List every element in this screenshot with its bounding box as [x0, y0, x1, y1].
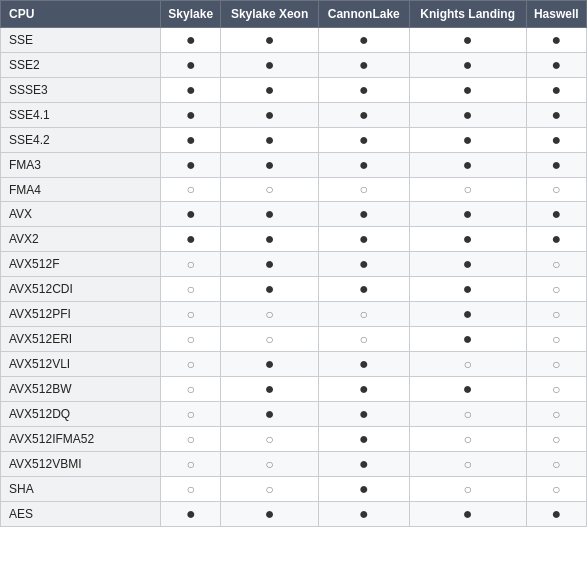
- feature-cell: ●: [318, 427, 409, 452]
- filled-dot-icon: ●: [186, 56, 196, 73]
- cpu-name: SSE: [1, 28, 161, 53]
- cpu-name: AVX512VLI: [1, 352, 161, 377]
- feature-cell: ●: [318, 53, 409, 78]
- table-row: AVX2●●●●●: [1, 227, 587, 252]
- filled-dot-icon: ●: [265, 56, 275, 73]
- filled-dot-icon: ●: [551, 505, 561, 522]
- feature-cell: ○: [526, 402, 586, 427]
- filled-dot-icon: ●: [265, 131, 275, 148]
- filled-dot-icon: ●: [186, 81, 196, 98]
- feature-cell: ●: [221, 227, 318, 252]
- feature-cell: ○: [221, 452, 318, 477]
- header-skylake: Skylake: [161, 1, 221, 28]
- table-row: AVX512VBMI○○●○○: [1, 452, 587, 477]
- filled-dot-icon: ●: [265, 405, 275, 422]
- cpu-name: AVX512F: [1, 252, 161, 277]
- feature-cell: ○: [318, 178, 409, 202]
- filled-dot-icon: ●: [463, 230, 473, 247]
- filled-dot-icon: ●: [463, 31, 473, 48]
- filled-dot-icon: ●: [359, 355, 369, 372]
- feature-cell: ○: [526, 178, 586, 202]
- filled-dot-icon: ●: [551, 131, 561, 148]
- empty-dot-icon: ○: [186, 281, 194, 297]
- empty-dot-icon: ○: [265, 431, 273, 447]
- filled-dot-icon: ●: [186, 106, 196, 123]
- feature-cell: ○: [161, 452, 221, 477]
- empty-dot-icon: ○: [360, 181, 368, 197]
- feature-cell: ○: [526, 377, 586, 402]
- empty-dot-icon: ○: [552, 331, 560, 347]
- header-skylake-xeon: Skylake Xeon: [221, 1, 318, 28]
- feature-cell: ●: [318, 103, 409, 128]
- table-row: SHA○○●○○: [1, 477, 587, 502]
- feature-cell: ●: [221, 128, 318, 153]
- feature-cell: ○: [526, 277, 586, 302]
- empty-dot-icon: ○: [265, 181, 273, 197]
- cpu-name: SSE2: [1, 53, 161, 78]
- feature-cell: ○: [409, 178, 526, 202]
- cpu-name: AVX512CDI: [1, 277, 161, 302]
- feature-cell: ●: [318, 377, 409, 402]
- filled-dot-icon: ●: [186, 205, 196, 222]
- filled-dot-icon: ●: [359, 205, 369, 222]
- feature-cell: ●: [161, 53, 221, 78]
- empty-dot-icon: ○: [186, 431, 194, 447]
- cpu-name: AVX512ERI: [1, 327, 161, 352]
- empty-dot-icon: ○: [360, 331, 368, 347]
- cpu-name: AVX512BW: [1, 377, 161, 402]
- feature-cell: ●: [409, 103, 526, 128]
- table-row: AES●●●●●: [1, 502, 587, 527]
- table-row: FMA4○○○○○: [1, 178, 587, 202]
- filled-dot-icon: ●: [463, 280, 473, 297]
- empty-dot-icon: ○: [552, 181, 560, 197]
- cpu-name: AVX2: [1, 227, 161, 252]
- feature-cell: ○: [526, 427, 586, 452]
- filled-dot-icon: ●: [551, 205, 561, 222]
- empty-dot-icon: ○: [463, 431, 471, 447]
- empty-dot-icon: ○: [463, 181, 471, 197]
- filled-dot-icon: ●: [186, 131, 196, 148]
- empty-dot-icon: ○: [186, 381, 194, 397]
- filled-dot-icon: ●: [359, 430, 369, 447]
- feature-cell: ●: [409, 502, 526, 527]
- filled-dot-icon: ●: [359, 480, 369, 497]
- feature-cell: ○: [161, 327, 221, 352]
- table-row: FMA3●●●●●: [1, 153, 587, 178]
- feature-cell: ●: [318, 28, 409, 53]
- filled-dot-icon: ●: [265, 505, 275, 522]
- empty-dot-icon: ○: [463, 406, 471, 422]
- feature-cell: ○: [161, 252, 221, 277]
- feature-cell: ●: [526, 28, 586, 53]
- feature-cell: ●: [221, 252, 318, 277]
- filled-dot-icon: ●: [359, 505, 369, 522]
- filled-dot-icon: ●: [551, 106, 561, 123]
- filled-dot-icon: ●: [186, 505, 196, 522]
- feature-cell: ●: [318, 277, 409, 302]
- feature-cell: ○: [526, 327, 586, 352]
- feature-cell: ●: [318, 78, 409, 103]
- feature-cell: ●: [221, 153, 318, 178]
- filled-dot-icon: ●: [359, 106, 369, 123]
- feature-cell: ●: [526, 502, 586, 527]
- filled-dot-icon: ●: [265, 31, 275, 48]
- filled-dot-icon: ●: [551, 31, 561, 48]
- filled-dot-icon: ●: [463, 205, 473, 222]
- feature-cell: ○: [161, 277, 221, 302]
- header-cannonlake: CannonLake: [318, 1, 409, 28]
- filled-dot-icon: ●: [265, 205, 275, 222]
- feature-cell: ○: [221, 477, 318, 502]
- feature-cell: ●: [221, 78, 318, 103]
- feature-cell: ●: [318, 452, 409, 477]
- feature-cell: ●: [161, 502, 221, 527]
- feature-cell: ●: [409, 327, 526, 352]
- empty-dot-icon: ○: [186, 356, 194, 372]
- feature-cell: ○: [409, 452, 526, 477]
- filled-dot-icon: ●: [463, 106, 473, 123]
- feature-cell: ●: [409, 227, 526, 252]
- feature-cell: ○: [221, 302, 318, 327]
- filled-dot-icon: ●: [265, 380, 275, 397]
- cpu-name: AES: [1, 502, 161, 527]
- empty-dot-icon: ○: [186, 456, 194, 472]
- feature-cell: ●: [409, 277, 526, 302]
- feature-cell: ●: [318, 477, 409, 502]
